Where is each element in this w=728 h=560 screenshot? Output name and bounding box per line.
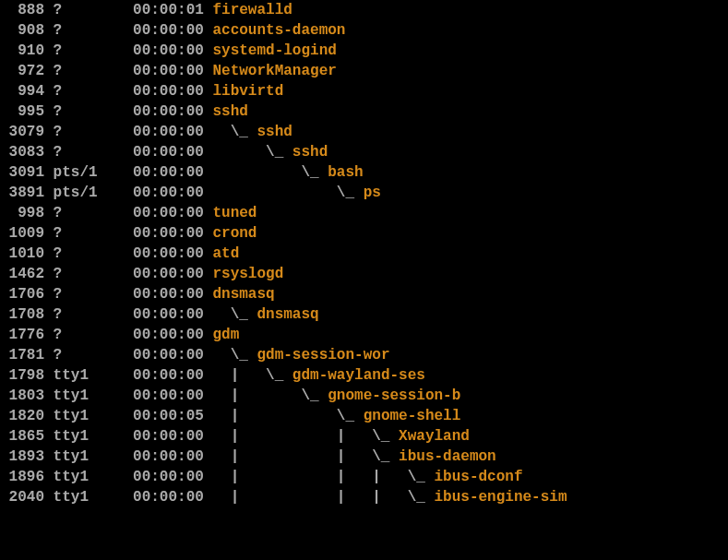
process-row: 1820 tty1 00:00:05 | \_ gnome-shell <box>0 406 728 426</box>
command-name: gnome-session-b <box>328 387 460 404</box>
process-row: 3891 pts/1 00:00:00 \_ ps <box>0 183 728 203</box>
process-row: 1706 ? 00:00:00 dnsmasq <box>0 284 728 304</box>
pid-tty-time: 1803 tty1 00:00:00 <box>0 387 212 404</box>
process-row: 1009 ? 00:00:00 crond <box>0 223 728 244</box>
pid-tty-time: 995 ? 00:00:00 <box>0 103 212 120</box>
tree-prefix: \_ <box>212 347 257 363</box>
command-name: crond <box>212 225 257 242</box>
pid-tty-time: 1896 tty1 00:00:00 <box>0 469 212 485</box>
command-name: ibus-dconf <box>434 469 522 485</box>
pid-tty-time: 1010 ? 00:00:00 <box>0 245 212 262</box>
tree-prefix: | | | \_ <box>212 469 434 485</box>
process-row: 888 ? 00:00:01 firewalld <box>0 0 728 20</box>
command-name: rsyslogd <box>212 266 283 282</box>
terminal-output: 888 ? 00:00:01 firewalld 908 ? 00:00:00 … <box>0 0 728 507</box>
process-row: 910 ? 00:00:00 systemd-logind <box>0 41 728 61</box>
pid-tty-time: 3079 ? 00:00:00 <box>0 124 212 140</box>
process-row: 1781 ? 00:00:00 \_ gdm-session-wor <box>0 345 728 365</box>
pid-tty-time: 1820 tty1 00:00:05 <box>0 408 212 424</box>
process-row: 1776 ? 00:00:00 gdm <box>0 325 728 345</box>
pid-tty-time: 1009 ? 00:00:00 <box>0 225 212 242</box>
pid-tty-time: 910 ? 00:00:00 <box>0 42 212 59</box>
tree-prefix: | | \_ <box>212 428 399 445</box>
process-row: 3091 pts/1 00:00:00 \_ bash <box>0 162 728 183</box>
pid-tty-time: 1706 ? 00:00:00 <box>0 286 212 303</box>
process-row: 994 ? 00:00:00 libvirtd <box>0 81 728 101</box>
command-name: libvirtd <box>212 83 283 100</box>
command-name: NetworkManager <box>212 63 336 79</box>
pid-tty-time: 994 ? 00:00:00 <box>0 83 212 100</box>
pid-tty-time: 1708 ? 00:00:00 <box>0 306 212 323</box>
command-name: gdm-session-wor <box>257 347 389 363</box>
command-name: dnsmasq <box>212 286 274 303</box>
command-name: firewalld <box>212 2 292 18</box>
tree-prefix: | | \_ <box>212 448 399 465</box>
process-row: 1896 tty1 00:00:00 | | | \_ ibus-dconf <box>0 467 728 487</box>
pid-tty-time: 3091 pts/1 00:00:00 <box>0 164 212 181</box>
process-row: 1893 tty1 00:00:00 | | \_ ibus-daemon <box>0 447 728 467</box>
pid-tty-time: 972 ? 00:00:00 <box>0 63 212 79</box>
pid-tty-time: 908 ? 00:00:00 <box>0 22 212 39</box>
tree-prefix: | \_ <box>212 387 328 404</box>
process-row: 1803 tty1 00:00:00 | \_ gnome-session-b <box>0 386 728 406</box>
command-name: sshd <box>292 144 328 161</box>
process-row: 1708 ? 00:00:00 \_ dnsmasq <box>0 304 728 325</box>
command-name: atd <box>212 245 239 262</box>
process-row: 1798 tty1 00:00:00 | \_ gdm-wayland-ses <box>0 365 728 386</box>
tree-prefix: | \_ <box>212 408 363 424</box>
process-row: 998 ? 00:00:00 tuned <box>0 203 728 223</box>
tree-prefix: \_ <box>212 124 257 140</box>
command-name: gnome-shell <box>364 408 461 424</box>
command-name: ibus-engine-sim <box>434 489 567 506</box>
process-row: 3083 ? 00:00:00 \_ sshd <box>0 142 728 162</box>
process-row: 972 ? 00:00:00 NetworkManager <box>0 61 728 81</box>
tree-prefix: \_ <box>212 144 292 161</box>
process-row: 1010 ? 00:00:00 atd <box>0 244 728 264</box>
command-name: tuned <box>212 205 257 221</box>
tree-prefix: \_ <box>212 185 363 201</box>
command-name: ps <box>364 185 381 201</box>
pid-tty-time: 2040 tty1 00:00:00 <box>0 489 212 506</box>
command-name: Xwayland <box>399 428 470 445</box>
command-name: sshd <box>257 124 292 140</box>
command-name: sshd <box>212 103 247 120</box>
command-name: gdm-wayland-ses <box>292 367 425 384</box>
process-row: 2040 tty1 00:00:00 | | | \_ ibus-engine-… <box>0 487 728 507</box>
process-row: 908 ? 00:00:00 accounts-daemon <box>0 20 728 41</box>
pid-tty-time: 1798 tty1 00:00:00 <box>0 367 212 384</box>
process-row: 1865 tty1 00:00:00 | | \_ Xwayland <box>0 426 728 447</box>
pid-tty-time: 1865 tty1 00:00:00 <box>0 428 212 445</box>
process-row: 3079 ? 00:00:00 \_ sshd <box>0 122 728 142</box>
pid-tty-time: 3891 pts/1 00:00:00 <box>0 185 212 201</box>
tree-prefix: | \_ <box>212 367 292 384</box>
tree-prefix: \_ <box>212 164 328 181</box>
tree-prefix: \_ <box>212 306 257 323</box>
command-name: ibus-daemon <box>399 448 496 465</box>
command-name: gdm <box>212 327 239 343</box>
pid-tty-time: 3083 ? 00:00:00 <box>0 144 212 161</box>
pid-tty-time: 998 ? 00:00:00 <box>0 205 212 221</box>
command-name: systemd-logind <box>212 42 336 59</box>
tree-prefix: | | | \_ <box>212 489 434 506</box>
command-name: accounts-daemon <box>212 22 345 39</box>
pid-tty-time: 1781 ? 00:00:00 <box>0 347 212 363</box>
pid-tty-time: 888 ? 00:00:01 <box>0 2 212 18</box>
pid-tty-time: 1462 ? 00:00:00 <box>0 266 212 282</box>
process-row: 995 ? 00:00:00 sshd <box>0 101 728 122</box>
pid-tty-time: 1893 tty1 00:00:00 <box>0 448 212 465</box>
command-name: bash <box>328 164 363 181</box>
pid-tty-time: 1776 ? 00:00:00 <box>0 327 212 343</box>
process-row: 1462 ? 00:00:00 rsyslogd <box>0 264 728 284</box>
command-name: dnsmasq <box>257 306 318 323</box>
